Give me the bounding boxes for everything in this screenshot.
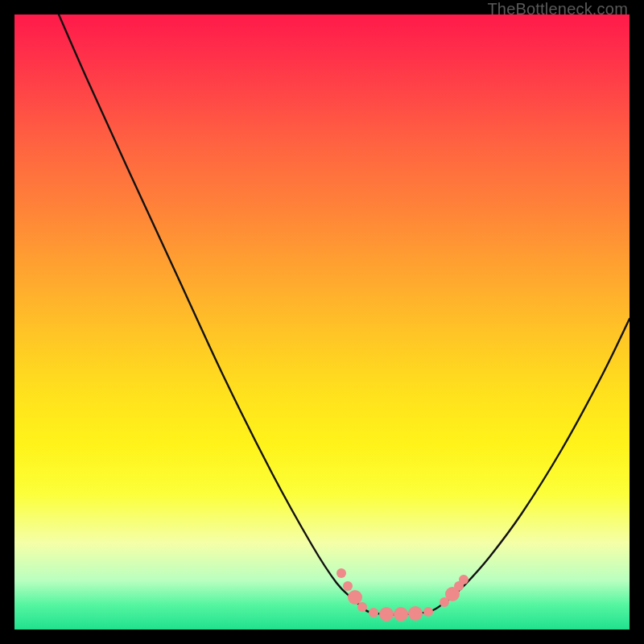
curve-marker: [348, 590, 362, 605]
chart-frame: [14, 14, 630, 630]
curve-marker: [379, 607, 394, 621]
curve-marker: [343, 581, 353, 591]
curve-marker: [394, 607, 408, 621]
curve-marker: [423, 607, 433, 617]
curve-marker: [369, 608, 378, 617]
trough-markers: [336, 568, 469, 621]
bottleneck-curve: [59, 14, 630, 614]
curve-marker: [357, 602, 367, 612]
curve-marker: [459, 575, 469, 584]
curve-marker: [336, 568, 346, 578]
curve-marker: [408, 606, 423, 621]
chart-svg: [14, 14, 630, 630]
